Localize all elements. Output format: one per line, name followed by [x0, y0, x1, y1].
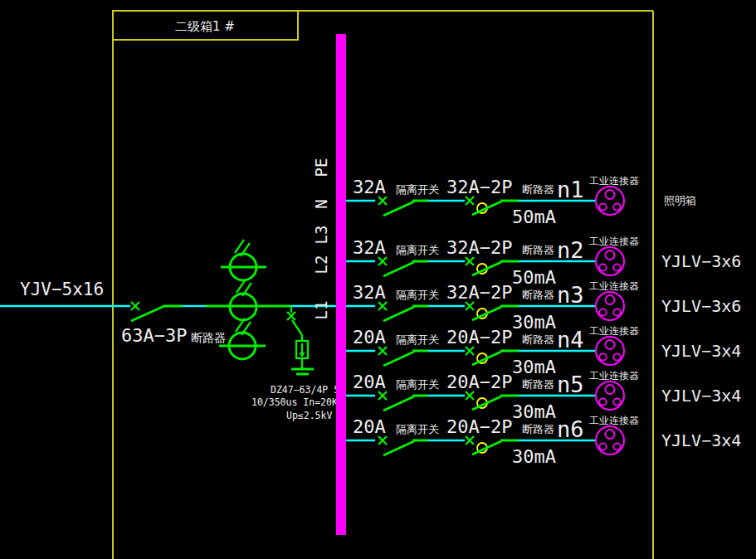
connector-pin — [613, 203, 620, 210]
breaker-type-label: 断路器 — [522, 183, 554, 196]
isolator-blade — [383, 262, 414, 276]
schematic-canvas: 二级箱1 # YJV−5x16 63A−3P 断路器 — [0, 0, 756, 559]
residual-current-label: 50mA — [512, 207, 556, 227]
isolator-rating-label: 32A — [353, 177, 386, 197]
busbar-label-pe: PE — [312, 158, 330, 177]
connector-pin — [613, 264, 620, 270]
isolator-rating-label: 20A — [353, 372, 386, 392]
spd-up-label: Up≤2.5kV — [286, 410, 332, 421]
circuit-id-label: n6 — [557, 416, 584, 442]
busbar-label-l3: L3 — [312, 226, 330, 245]
residual-current-label: 30mA — [512, 401, 556, 422]
circuit-id-label: n2 — [557, 237, 584, 263]
title-label: 二级箱1 # — [175, 19, 235, 34]
circuit-id-label: n3 — [557, 282, 584, 308]
connector-pin — [613, 443, 620, 450]
industrial-connector-icon — [596, 426, 624, 454]
spd-switch-blade — [292, 320, 302, 335]
circuit-id-label: n1 — [557, 177, 584, 202]
connector-pin — [613, 309, 620, 315]
spd-arrow-head — [300, 352, 305, 357]
isolator-type-label: 隔离开关 — [396, 183, 439, 196]
circuit-id-label: n4 — [557, 327, 584, 352]
incoming-cable-label: YJV−5x16 — [20, 280, 104, 299]
breaker-type-label: 断路器 — [522, 244, 554, 256]
title-box: 二级箱1 # — [113, 11, 298, 40]
breaker-type-label: 断路器 — [522, 423, 554, 435]
destination-label: YJLV−3x6 — [661, 296, 741, 316]
industrial-connector-icon — [596, 337, 624, 365]
connector-pin — [606, 190, 615, 199]
incoming-breaker-blade — [131, 306, 164, 321]
residual-current-label: 30mA — [512, 446, 556, 467]
breaker-type-label: 断路器 — [522, 378, 554, 391]
single-line-diagram: 二级箱1 # YJV−5x16 63A−3P 断路器 — [0, 0, 756, 559]
industrial-connector-icon — [596, 247, 624, 275]
breaker-type-label: 断路器 — [522, 333, 554, 346]
spd-wave-label: 10/350us In=20K — [251, 396, 338, 408]
spd-branch: DZ47−63/4P 50 10/350us In=20K Up≤2.5kV — [251, 306, 345, 421]
three-phase-device-stack — [219, 240, 266, 359]
connector-pin — [606, 340, 615, 349]
isolator-blade — [383, 396, 414, 411]
busbar-label-n: N — [312, 199, 330, 208]
breaker-rating-label: 32A−2P — [446, 237, 512, 258]
incoming-feeder: YJV−5x16 63A−3P 断路器 — [0, 280, 337, 346]
connector-pin — [599, 264, 606, 270]
connector-pin — [613, 353, 620, 360]
isolator-blade — [383, 352, 414, 366]
isolator-blade — [383, 202, 414, 216]
breaker-type-label: 断路器 — [522, 289, 554, 301]
slash-mark — [235, 240, 244, 253]
residual-current-label: 30mA — [512, 312, 556, 333]
connector-pin — [599, 353, 606, 360]
destination-label: YJLV−3x4 — [661, 386, 741, 406]
breaker-rating-label: 20A−2P — [446, 372, 512, 392]
connector-pin — [606, 250, 615, 260]
circuit-row-n3: 32A隔离开关32A−2P断路器n330mA工业连接器YJLV−3x6 — [346, 280, 741, 333]
destination-label: 照明箱 — [664, 194, 696, 207]
industrial-connector-icon — [596, 382, 624, 410]
slash-mark — [237, 280, 246, 293]
destination-label: YJLV−3x6 — [661, 251, 741, 271]
industrial-connector-icon — [596, 292, 624, 320]
busbar-label-l1: L1 — [312, 301, 330, 320]
incoming-breaker-type-label: 断路器 — [191, 331, 226, 344]
breaker-rating-label: 32A−2P — [446, 282, 512, 303]
isolator-blade — [383, 441, 414, 455]
breaker-rating-label: 20A−2P — [446, 416, 512, 437]
isolator-blade — [383, 307, 414, 321]
isolator-rating-label: 32A — [353, 237, 386, 258]
connector-pin — [606, 385, 615, 394]
connector-label: 工业连接器 — [589, 370, 639, 382]
connector-pin — [599, 309, 606, 315]
connector-pin — [606, 295, 615, 304]
connector-label: 工业连接器 — [589, 236, 639, 247]
incoming-breaker-rating-label: 63A−3P — [121, 325, 187, 346]
destination-label: YJLV−3x4 — [661, 341, 741, 361]
isolator-type-label: 隔离开关 — [396, 289, 439, 301]
connector-label: 工业连接器 — [589, 280, 639, 292]
connector-label: 工业连接器 — [589, 415, 639, 426]
busbar — [336, 34, 346, 535]
busbar-label-l2: L2 — [312, 255, 330, 275]
busbar-labels: PE N L3 L2 L1 — [312, 158, 330, 320]
connector-label: 工业连接器 — [589, 175, 639, 187]
destination-label: YJLV−3x4 — [661, 430, 741, 450]
residual-current-label: 50mA — [512, 267, 556, 288]
connector-pin — [599, 443, 606, 450]
circuit-id-label: n5 — [557, 372, 584, 397]
isolator-rating-label: 32A — [353, 282, 386, 303]
industrial-connector-icon — [596, 187, 624, 215]
circuit-row-n2: 32A隔离开关32A−2P断路器n250mA工业连接器YJLV−3x6 — [346, 236, 741, 288]
residual-current-label: 30mA — [512, 357, 556, 377]
connector-pin — [599, 398, 606, 405]
connector-label: 工业连接器 — [589, 325, 639, 337]
isolator-type-label: 隔离开关 — [396, 423, 439, 435]
breaker-rating-label: 32A−2P — [446, 177, 512, 197]
isolator-type-label: 隔离开关 — [396, 378, 439, 391]
isolator-type-label: 隔离开关 — [396, 244, 439, 256]
spd-model-label: DZ47−63/4P 50 — [271, 384, 345, 396]
isolator-type-label: 隔离开关 — [396, 333, 439, 346]
breaker-rating-label: 20A−2P — [446, 327, 512, 348]
